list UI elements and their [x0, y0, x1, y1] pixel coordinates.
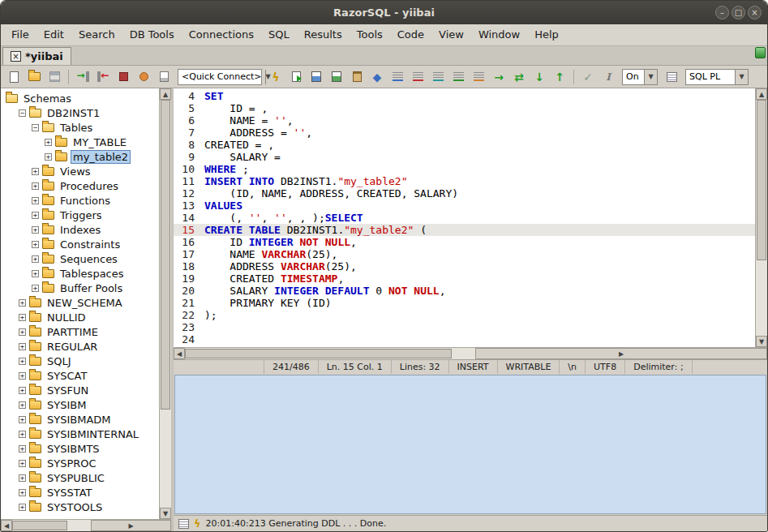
collapse-icon[interactable]: − [19, 109, 26, 117]
expand-icon[interactable]: + [19, 343, 26, 350]
tree-item-sysibmadm[interactable]: +SYSIBMADM [1, 412, 159, 427]
tree-item-systools[interactable]: +SYSTOOLS [1, 500, 159, 514]
code-line[interactable]: 21 PRIMARY KEY (ID) [174, 297, 755, 309]
expand-icon[interactable]: + [32, 182, 39, 190]
tree-item-tablespaces[interactable]: +Tablespaces [1, 266, 159, 281]
sidebar-vscroll-track[interactable] [160, 100, 171, 508]
menu-results[interactable]: Results [297, 24, 350, 45]
execute-button[interactable]: ϟ [266, 67, 285, 87]
expand-icon[interactable]: + [19, 416, 26, 423]
expand-icon[interactable]: + [32, 226, 39, 234]
code-line[interactable]: 7 ADDRESS = '', [174, 127, 755, 139]
tree-item-regular[interactable]: +REGULAR [1, 339, 159, 354]
tree-item-my-table[interactable]: +MY_TABLE [1, 135, 159, 149]
menu-sql[interactable]: SQL [261, 24, 297, 45]
code-line[interactable]: 14 (, '', '', , );SELECT [174, 212, 755, 224]
tree-item-sysibmts[interactable]: +SYSIBMTS [1, 441, 159, 456]
menu-db-tools[interactable]: DB Tools [122, 24, 182, 45]
quick-connect-select[interactable]: <Quick Connect> [178, 69, 262, 85]
auto-commit-select[interactable]: On [622, 69, 658, 85]
tree-item-tables[interactable]: −Tables [1, 120, 159, 135]
menu-search[interactable]: Search [71, 24, 122, 45]
expand-icon[interactable]: + [32, 197, 39, 204]
sql-editor[interactable]: 4SET5 ID = ,6 NAME = '',7 ADDRESS = '',8… [174, 88, 755, 347]
code-line[interactable]: 15CREATE TABLE DB2INST1."my_table2" ( [174, 224, 755, 236]
caret-mode-button[interactable] [599, 67, 618, 87]
expand-icon[interactable]: + [19, 460, 26, 467]
tree-item-sqlj[interactable]: +SQLJ [1, 354, 159, 368]
code-line[interactable]: 6 NAME = '', [174, 114, 755, 127]
code-line[interactable]: 5 ID = , [174, 102, 755, 114]
scroll-down-icon[interactable] [756, 336, 767, 347]
code-line[interactable]: 4SET [174, 90, 755, 102]
tree-item-functions[interactable]: +Functions [1, 193, 159, 208]
scroll-up-icon[interactable] [160, 88, 171, 100]
tree-item-sysfun[interactable]: +SYSFUN [1, 383, 159, 397]
prev-result-button[interactable]: ↑ [550, 67, 569, 87]
expand-icon[interactable]: + [32, 285, 39, 292]
minimize-button[interactable]: – [715, 6, 729, 19]
tree-item-buffer-pools[interactable]: +Buffer Pools [1, 281, 159, 295]
menu-connections[interactable]: Connections [182, 24, 261, 45]
menu-file[interactable]: File [4, 24, 36, 45]
describe-button[interactable] [154, 67, 174, 87]
chevron-down-icon[interactable] [644, 70, 657, 84]
scroll-right-icon[interactable] [91, 520, 171, 531]
menu-tools[interactable]: Tools [350, 24, 390, 45]
close-button[interactable]: × [748, 6, 762, 19]
syntax-select[interactable]: SQL PL [685, 69, 749, 85]
expand-icon[interactable]: + [32, 168, 39, 175]
new-file-button[interactable] [4, 67, 24, 87]
expand-icon[interactable]: + [19, 328, 26, 336]
code-line[interactable]: 17 NAME VARCHAR(25), [174, 248, 755, 260]
format-sql-button[interactable] [388, 67, 407, 87]
title-bar[interactable]: RazorSQL - yiibai –□× [1, 1, 767, 24]
tree-item-new-schema[interactable]: +NEW_SCHEMA [1, 295, 159, 310]
expand-icon[interactable]: + [32, 270, 39, 277]
editor-hscroll-track[interactable] [185, 348, 475, 359]
expand-icon[interactable]: + [19, 504, 26, 511]
code-line[interactable]: 23 [174, 321, 755, 333]
chevron-down-icon[interactable] [735, 70, 748, 84]
expand-icon[interactable]: + [45, 139, 52, 146]
expand-icon[interactable]: + [19, 445, 26, 453]
rollback-button[interactable] [134, 67, 153, 87]
menu-edit[interactable]: Edit [36, 24, 71, 45]
tree-item-sysibm[interactable]: +SYSIBM [1, 397, 159, 412]
code-line[interactable]: 18 ADDRESS VARCHAR(25), [174, 260, 755, 272]
code-line[interactable]: 16 ID INTEGER NOT NULL, [174, 236, 755, 248]
sidebar-horizontal-scrollbar[interactable] [1, 519, 171, 531]
code-line[interactable]: 22); [174, 309, 755, 321]
menu-code[interactable]: Code [390, 24, 431, 45]
align-button[interactable] [448, 67, 468, 87]
scroll-down-icon[interactable] [160, 508, 171, 519]
editor-vscroll-thumb[interactable] [757, 100, 766, 260]
expand-icon[interactable]: + [19, 358, 26, 365]
scroll-left-icon[interactable] [1, 520, 12, 531]
tree-item-views[interactable]: +Views [1, 164, 159, 178]
tree-item-syscat[interactable]: +SYSCAT [1, 368, 159, 383]
import-button[interactable] [327, 67, 346, 87]
editor-vertical-scrollbar[interactable] [755, 88, 767, 347]
compare-button[interactable]: ◆ [367, 67, 387, 87]
sidebar-vscroll-thumb[interactable] [161, 100, 170, 410]
sidebar-vertical-scrollbar[interactable] [159, 88, 171, 519]
disconnect-button[interactable] [93, 67, 113, 87]
expand-icon[interactable]: + [19, 387, 26, 394]
tree-item-procedures[interactable]: +Procedures [1, 178, 159, 193]
expand-icon[interactable]: + [32, 241, 39, 248]
expand-icon[interactable]: + [19, 431, 26, 438]
outdent-button[interactable] [428, 67, 448, 87]
sidebar-hscroll-thumb[interactable] [12, 521, 67, 530]
scroll-up-icon[interactable] [756, 88, 767, 100]
tree-item-sysibminternal[interactable]: +SYSIBMINTERNAL [1, 427, 159, 441]
menu-help[interactable]: Help [527, 24, 566, 45]
editor-horizontal-scrollbar[interactable] [174, 347, 767, 359]
connect-button[interactable] [73, 67, 92, 87]
expand-icon[interactable]: + [19, 299, 26, 307]
sidebar-hscroll-track[interactable] [12, 520, 91, 531]
code-line[interactable]: 9 SALARY = [174, 151, 755, 163]
open-file-button[interactable] [24, 67, 44, 87]
execute-all-button[interactable] [286, 67, 306, 87]
code-line[interactable]: 24 [174, 333, 755, 345]
